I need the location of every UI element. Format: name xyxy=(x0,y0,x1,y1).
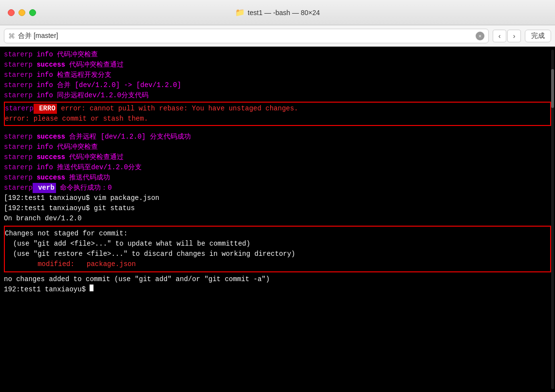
terminal-line: starerp success 代码冲突检查通过 xyxy=(4,60,551,70)
window-title-text: test1 — -bash — 80×24 xyxy=(248,9,320,17)
search-input-wrapper[interactable]: ⌘ 合并 [master] × xyxy=(4,29,489,43)
terminal-prompt: 192:test1 tanxiaoyu$ xyxy=(4,285,551,295)
error-block-2: Changes not staged for commit: (use "git… xyxy=(4,226,551,272)
terminal-line: starerp info 检查远程开发分支 xyxy=(4,70,551,80)
error-block-1: starerp ERRO error: cannot pull with reb… xyxy=(4,102,551,126)
maximize-button[interactable] xyxy=(29,9,36,16)
nav-buttons: ‹ › xyxy=(493,30,521,42)
terminal: starerp info 代码冲突检查 starerp success 代码冲突… xyxy=(0,47,555,392)
terminal-line: starerp info 代码冲突检查 xyxy=(4,142,551,152)
terminal-line: On branch dev/1.2.0 xyxy=(4,214,551,224)
nav-next-button[interactable]: › xyxy=(507,30,521,42)
terminal-line: starerp info 合并 [dev/1.2.0] -> [dev/1.2.… xyxy=(4,80,551,90)
terminal-line: starerp success 合并远程 [dev/1.2.0] 分支代码成功 xyxy=(4,132,551,142)
close-button[interactable] xyxy=(8,9,15,16)
terminal-line: starerp info 代码冲突检查 xyxy=(4,50,551,60)
title-bar: 📁 test1 — -bash — 80×24 xyxy=(0,0,555,25)
terminal-line: starerp verb 命令执行成功：0 xyxy=(4,183,551,193)
window-title: 📁 test1 — -bash — 80×24 xyxy=(235,8,320,17)
terminal-line: starerp info 同步远程dev/1.2.0分支代码 xyxy=(4,90,551,101)
folder-icon: 📁 xyxy=(235,8,245,17)
search-clear-button[interactable]: × xyxy=(476,32,484,40)
scrollbar-thumb[interactable] xyxy=(551,69,554,108)
terminal-line: starerp info 推送代码至dev/1.2.0分支 xyxy=(4,162,551,173)
search-bar: ⌘ 合并 [master] × ‹ › 完成 xyxy=(0,25,555,47)
done-button[interactable]: 完成 xyxy=(525,30,551,42)
terminal-line: [192:test1 tanxiaoyu$ git status xyxy=(4,203,551,214)
terminal-line: starerp success 代码冲突检查通过 xyxy=(4,152,551,162)
search-input[interactable]: 合并 [master] xyxy=(18,32,473,40)
terminal-cursor xyxy=(90,285,93,291)
terminal-line: [192:test1 tanxiaoyu$ vim package.json xyxy=(4,193,551,203)
blank-line xyxy=(4,127,551,132)
minimize-button[interactable] xyxy=(18,9,25,16)
terminal-line: starerp success 推送代码成功 xyxy=(4,173,551,183)
nav-prev-button[interactable]: ‹ xyxy=(493,30,506,42)
terminal-line: no changes added to commit (use "git add… xyxy=(4,274,551,285)
traffic-lights xyxy=(8,9,36,16)
scrollbar[interactable] xyxy=(551,50,554,389)
search-icon: ⌘ xyxy=(8,32,15,40)
